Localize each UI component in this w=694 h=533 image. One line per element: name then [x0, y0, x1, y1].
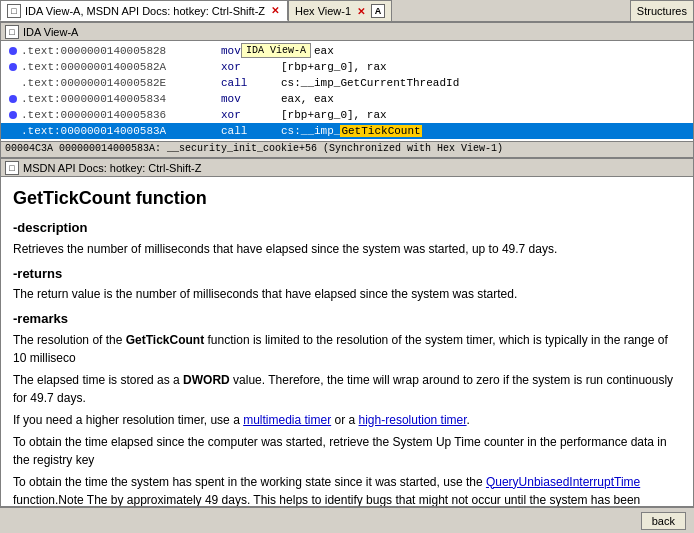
msdn-panel-icon: □: [5, 161, 19, 175]
link-high-resolution-timer[interactable]: high-resolution timer: [359, 413, 467, 427]
asm-operands: cs:__imp_GetTickCount: [281, 125, 422, 137]
asm-listing: IDA View-A .text:0000000140005828 mov ea…: [1, 41, 693, 141]
asm-operands: cs:__imp_GetCurrentThreadId: [281, 77, 459, 89]
asm-mnemonic: xor: [221, 61, 281, 73]
msdn-function-name: GetTickCount function: [13, 185, 681, 212]
asm-mnemonic: mov: [221, 93, 281, 105]
tab-ida-view[interactable]: □ IDA View-A, MSDN API Docs: hotkey: Ctr…: [0, 0, 288, 21]
msdn-section-remarks: -remarks: [13, 309, 681, 329]
tab-spacer: [392, 0, 630, 21]
tab-structures-label: Structures: [637, 5, 687, 17]
msdn-remarks-p3: If you need a higher resolution timer, u…: [13, 411, 681, 429]
dot-col: [5, 95, 21, 103]
asm-addr: .text:0000000140005836: [21, 109, 221, 121]
tab-icon-1: □: [7, 4, 21, 18]
ida-tooltip: IDA View-A: [241, 43, 311, 58]
asm-operands: [rbp+arg_0], rax: [281, 109, 387, 121]
asm-operands: eax, eax: [281, 93, 334, 105]
msdn-content[interactable]: GetTickCount function -description Retri…: [1, 177, 693, 506]
msdn-returns-text: The return value is the number of millis…: [13, 285, 681, 303]
tab-close-1[interactable]: ✕: [269, 5, 281, 16]
asm-addr: .text:000000014000583A: [21, 125, 221, 137]
bold-dword: DWORD: [183, 373, 230, 387]
blue-dot: [9, 111, 17, 119]
asm-mnemonic: call: [221, 125, 281, 137]
msdn-remarks-p2: The elapsed time is stored as a DWORD va…: [13, 371, 681, 407]
blue-dot: [9, 47, 17, 55]
back-button[interactable]: back: [641, 512, 686, 530]
asm-addr: .text:0000000140005834: [21, 93, 221, 105]
ida-view-panel: □ IDA View-A IDA View-A .text:0000000140…: [0, 22, 694, 158]
msdn-panel-title: MSDN API Docs: hotkey: Ctrl-Shift-Z: [23, 162, 201, 174]
asm-row[interactable]: .text:000000014000582A xor [rbp+arg_0], …: [1, 59, 693, 75]
link-queryunbiased[interactable]: QueryUnbiasedInterruptTime: [486, 475, 640, 489]
msdn-title-bar: □ MSDN API Docs: hotkey: Ctrl-Shift-Z: [1, 159, 693, 177]
msdn-section-returns: -returns: [13, 264, 681, 284]
tab-structures[interactable]: Structures: [630, 0, 694, 21]
bold-gettickcount: GetTickCount: [126, 333, 204, 347]
asm-row[interactable]: .text:0000000140005828 mov eax, eax: [1, 43, 693, 59]
asm-row[interactable]: .text:0000000140005836 xor [rbp+arg_0], …: [1, 107, 693, 123]
asm-mnemonic: xor: [221, 109, 281, 121]
tab-hex-label: Hex View-1: [295, 5, 351, 17]
tab-hex-view[interactable]: Hex View-1 ✕ A: [288, 0, 392, 21]
blue-dot: [9, 63, 17, 71]
link-multimedia-timer[interactable]: multimedia timer: [243, 413, 331, 427]
ida-panel-icon: □: [5, 25, 19, 39]
msdn-description-text: Retrieves the number of milliseconds tha…: [13, 240, 681, 258]
msdn-panel: □ MSDN API Docs: hotkey: Ctrl-Shift-Z Ge…: [0, 158, 694, 507]
asm-row-selected[interactable]: .text:000000014000583A call cs:__imp_Get…: [1, 123, 693, 139]
highlight-gettickcount: GetTickCount: [340, 125, 421, 137]
tab-close-2[interactable]: ✕: [355, 6, 367, 17]
dot-col: [5, 63, 21, 71]
asm-row[interactable]: .text:0000000140005834 mov eax, eax: [1, 91, 693, 107]
bottom-bar: back: [0, 507, 694, 533]
ida-title-bar: □ IDA View-A: [1, 23, 693, 41]
tab-icon-2: A: [371, 4, 385, 18]
msdn-remarks-p5: To obtain the time the system has spent …: [13, 473, 681, 507]
tab-bar: □ IDA View-A, MSDN API Docs: hotkey: Ctr…: [0, 0, 694, 22]
asm-addr: .text:0000000140005828: [21, 45, 221, 57]
asm-status-bar: 00004C3A 000000014000583A: __security_in…: [1, 141, 693, 157]
msdn-section-description: -description: [13, 218, 681, 238]
asm-addr: .text:000000014000582E: [21, 77, 221, 89]
asm-row[interactable]: .text:000000014000582E call cs:__imp_Get…: [1, 75, 693, 91]
asm-mnemonic: call: [221, 77, 281, 89]
blue-dot: [9, 95, 17, 103]
msdn-remarks-p1: The resolution of the GetTickCount funct…: [13, 331, 681, 367]
asm-addr: .text:000000014000582A: [21, 61, 221, 73]
asm-operands: [rbp+arg_0], rax: [281, 61, 387, 73]
ida-panel-title: IDA View-A: [23, 26, 78, 38]
msdn-remarks-p4: To obtain the time elapsed since the com…: [13, 433, 681, 469]
dot-col: [5, 111, 21, 119]
dot-col: [5, 47, 21, 55]
tab-ida-label: IDA View-A, MSDN API Docs: hotkey: Ctrl-…: [25, 5, 265, 17]
